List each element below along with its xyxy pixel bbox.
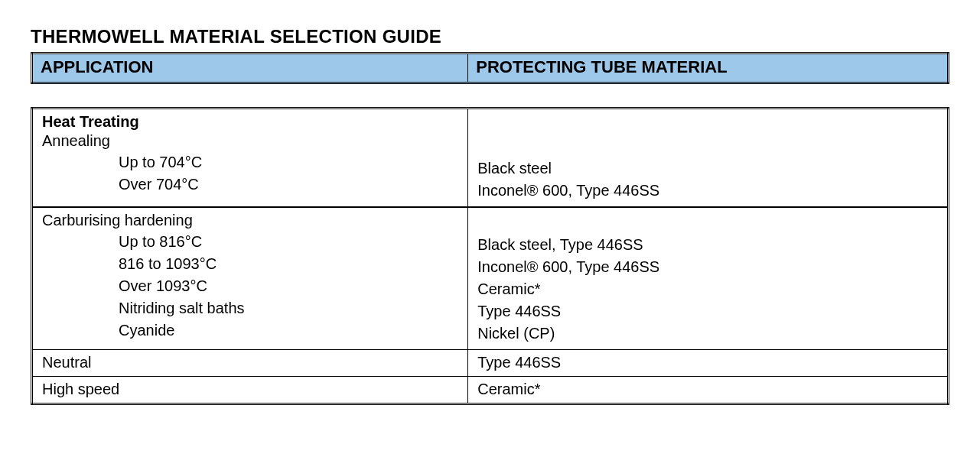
material-list: Black steel Inconel® 600, Type 446SS [477, 157, 938, 202]
sub-heading: Carburising hardening [42, 212, 458, 229]
condition-list: Up to 704°C Over 704°C [42, 151, 458, 196]
condition-item: Up to 816°C [119, 231, 458, 253]
condition-item: Cyanide [119, 319, 458, 342]
spacer [477, 212, 938, 234]
header-table: APPLICATION PROTECTING TUBE MATERIAL [31, 52, 949, 84]
table-cell-application: High speed [32, 377, 468, 404]
condition-list: Up to 816°C 816 to 1093°C Over 1093°C Ni… [42, 231, 458, 342]
material-item: Inconel® 600, Type 446SS [477, 256, 938, 278]
page: THERMOWELL MATERIAL SELECTION GUIDE APPL… [0, 0, 980, 428]
spacer [477, 113, 938, 135]
material-item: Inconel® 600, Type 446SS [477, 180, 938, 202]
material-item: Type 446SS [477, 300, 938, 322]
material-list: Black steel, Type 446SS Inconel® 600, Ty… [477, 234, 938, 345]
condition-item: 816 to 1093°C [119, 253, 458, 275]
condition-item: Nitriding salt baths [119, 297, 458, 319]
page-title: THERMOWELL MATERIAL SELECTION GUIDE [31, 26, 949, 47]
condition-item: Up to 704°C [119, 151, 458, 173]
spacer [477, 135, 938, 157]
sub-heading: Annealing [42, 132, 458, 150]
table-cell-application: Neutral [32, 350, 468, 377]
material-item: Black steel [477, 157, 938, 180]
section-heading: Heat Treating [42, 113, 458, 131]
material-item: Black steel, Type 446SS [477, 234, 938, 256]
table-cell-material: Black steel Inconel® 600, Type 446SS [468, 109, 949, 208]
table-cell-application: Carburising hardening Up to 816°C 816 to… [32, 207, 468, 350]
condition-item: Over 704°C [119, 173, 458, 196]
condition-item: Over 1093°C [119, 275, 458, 297]
header-application: APPLICATION [32, 53, 468, 83]
header-material: PROTECTING TUBE MATERIAL [468, 53, 949, 83]
table-cell-material: Type 446SS [468, 350, 949, 377]
material-item: Ceramic* [477, 278, 938, 300]
material-item: Nickel (CP) [477, 322, 938, 345]
selection-table: Heat Treating Annealing Up to 704°C Over… [31, 107, 949, 405]
table-cell-application: Heat Treating Annealing Up to 704°C Over… [32, 109, 468, 208]
table-cell-material: Ceramic* [468, 377, 949, 404]
table-cell-material: Black steel, Type 446SS Inconel® 600, Ty… [468, 207, 949, 350]
